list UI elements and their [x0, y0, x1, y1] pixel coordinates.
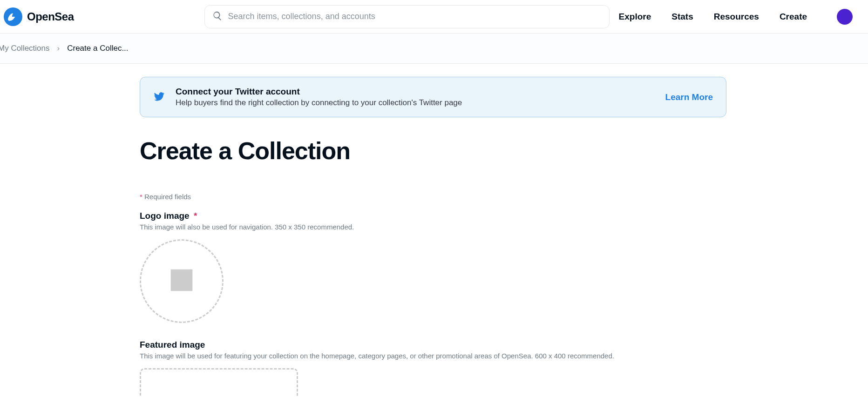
brand-logo[interactable]: OpenSea — [4, 7, 74, 26]
avatar[interactable] — [837, 9, 853, 25]
nav-stats[interactable]: Stats — [671, 12, 693, 22]
page-title: Create a Collection — [140, 137, 726, 165]
banner-text: Connect your Twitter account Help buyers… — [176, 87, 462, 108]
nav-create[interactable]: Create — [780, 12, 807, 22]
featured-image-help: This image will be used for featuring yo… — [140, 352, 726, 360]
search-container — [204, 5, 610, 28]
required-legend: * Required fields — [140, 193, 726, 201]
field-featured-image: Featured image This image will be used f… — [140, 340, 726, 397]
logo-image-dropzone[interactable] — [140, 239, 224, 323]
breadcrumb-parent[interactable]: My Collections — [0, 44, 50, 53]
logo-image-label: Logo image * — [140, 211, 726, 221]
primary-nav: Explore Stats Resources Create — [619, 8, 868, 25]
featured-image-dropzone[interactable] — [140, 368, 298, 397]
field-logo-image: Logo image * This image will also be use… — [140, 211, 726, 323]
chevron-right-icon: › — [57, 44, 60, 53]
breadcrumb: My Collections › Create a Collec... — [0, 44, 868, 53]
search-input[interactable] — [228, 12, 602, 21]
site-header: OpenSea Explore Stats Resources Create — [0, 0, 868, 34]
opensea-logo-icon — [4, 7, 22, 26]
required-legend-text: Required fields — [144, 193, 191, 201]
twitter-connect-banner: Connect your Twitter account Help buyers… — [140, 77, 726, 117]
brand-name: OpenSea — [27, 10, 74, 23]
page-content: Connect your Twitter account Help buyers… — [140, 64, 726, 397]
featured-image-label-text: Featured image — [140, 340, 205, 350]
required-asterisk-icon: * — [140, 193, 142, 201]
banner-learn-more[interactable]: Learn More — [665, 92, 713, 102]
logo-image-help: This image will also be used for navigat… — [140, 223, 726, 231]
banner-title: Connect your Twitter account — [176, 87, 462, 97]
banner-subtitle: Help buyers find the right collection by… — [176, 98, 462, 108]
twitter-icon — [153, 90, 165, 104]
search-icon — [212, 11, 223, 23]
nav-explore[interactable]: Explore — [619, 12, 651, 22]
nav-resources[interactable]: Resources — [714, 12, 759, 22]
search-box[interactable] — [204, 5, 610, 28]
logo-image-label-text: Logo image — [140, 211, 190, 221]
required-asterisk-icon: * — [194, 211, 197, 221]
image-placeholder-icon — [165, 264, 198, 298]
featured-image-label: Featured image — [140, 340, 726, 350]
breadcrumb-current: Create a Collec... — [67, 44, 128, 53]
breadcrumb-bar: My Collections › Create a Collec... — [0, 34, 868, 64]
